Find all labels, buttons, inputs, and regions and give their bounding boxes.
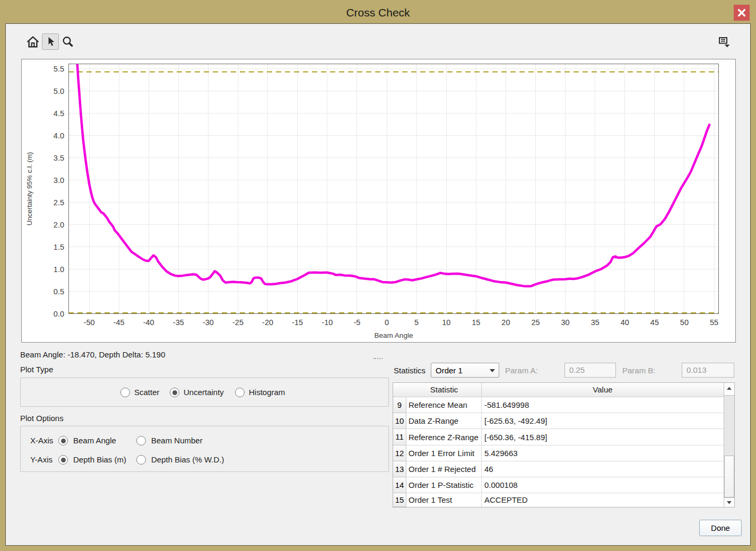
- svg-text:4.0: 4.0: [54, 132, 64, 140]
- svg-text:-30: -30: [203, 318, 214, 327]
- svg-text:25: 25: [531, 318, 540, 327]
- svg-text:55: 55: [710, 318, 718, 327]
- svg-text:30: 30: [561, 318, 570, 327]
- svg-text:1.5: 1.5: [54, 243, 64, 251]
- svg-text:4.5: 4.5: [54, 109, 64, 118]
- svg-text:-20: -20: [262, 318, 273, 327]
- svg-text:20: 20: [501, 318, 510, 327]
- svg-text:-50: -50: [84, 318, 95, 327]
- svg-text:10: 10: [442, 318, 450, 327]
- svg-text:-5: -5: [353, 318, 360, 327]
- svg-text:-15: -15: [292, 318, 303, 327]
- svg-text:2.5: 2.5: [54, 198, 64, 207]
- svg-text:-40: -40: [143, 318, 154, 327]
- svg-text:3.0: 3.0: [54, 176, 64, 185]
- svg-text:-25: -25: [232, 318, 244, 327]
- svg-text:0: 0: [385, 318, 389, 327]
- svg-text:-35: -35: [173, 318, 184, 327]
- svg-text:40: 40: [621, 318, 629, 327]
- svg-text:-45: -45: [114, 318, 125, 327]
- svg-text:45: 45: [650, 318, 659, 327]
- svg-text:2.0: 2.0: [54, 221, 64, 229]
- svg-text:5: 5: [414, 318, 419, 327]
- svg-text:-10: -10: [321, 318, 333, 327]
- svg-text:0.0: 0.0: [54, 310, 64, 318]
- svg-text:35: 35: [591, 318, 599, 327]
- svg-text:Uncertainty 95% c.l. (m): Uncertainty 95% c.l. (m): [25, 152, 33, 226]
- svg-text:0.5: 0.5: [54, 287, 64, 296]
- svg-text:15: 15: [472, 318, 480, 327]
- svg-text:3.5: 3.5: [54, 154, 64, 162]
- svg-text:50: 50: [680, 318, 689, 327]
- svg-text:Beam Angle: Beam Angle: [375, 331, 413, 339]
- svg-text:5.5: 5.5: [54, 65, 64, 73]
- svg-text:5.0: 5.0: [54, 87, 64, 95]
- svg-text:1.0: 1.0: [54, 265, 64, 274]
